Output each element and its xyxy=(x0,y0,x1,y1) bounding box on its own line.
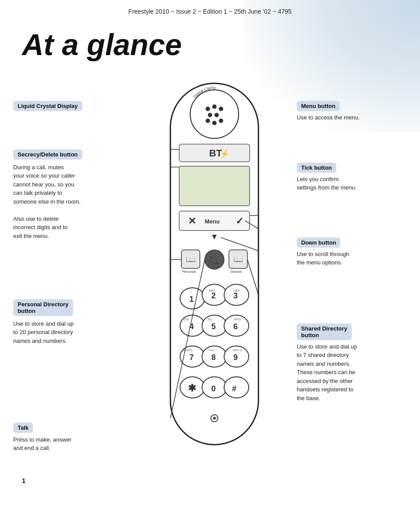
svg-text:📞: 📞 xyxy=(210,255,220,265)
svg-rect-14 xyxy=(179,166,250,206)
svg-text:GHI: GHI xyxy=(184,318,189,321)
down-description: Use to scroll throughthe menu options. xyxy=(297,250,349,267)
talk-annotation: Talk Press to make, answerand end a call… xyxy=(13,423,71,453)
svg-text:Personal: Personal xyxy=(182,270,196,274)
svg-text:5: 5 xyxy=(211,322,216,331)
svg-point-5 xyxy=(208,113,212,117)
talk-label: Talk xyxy=(13,423,33,433)
menu-description: Use to access the menu. xyxy=(297,113,360,122)
svg-text:ABC: ABC xyxy=(209,289,215,292)
svg-text:Menu: Menu xyxy=(205,218,220,225)
svg-text:3: 3 xyxy=(233,291,238,300)
svg-point-3 xyxy=(212,104,217,109)
svg-text:✓: ✓ xyxy=(236,216,243,227)
svg-text:#: # xyxy=(232,384,236,393)
svg-text:9: 9 xyxy=(233,353,238,362)
menu-annotation: Menu button Use to access the menu. xyxy=(297,101,360,122)
shared-annotation: Shared Directorybutton Use to store and … xyxy=(297,323,357,403)
svg-text:1: 1 xyxy=(189,295,194,304)
svg-point-4 xyxy=(219,107,223,111)
personal-annotation: Personal Directorybutton Use to store an… xyxy=(13,299,74,346)
svg-text:7: 7 xyxy=(189,353,194,362)
svg-text:2: 2 xyxy=(211,291,216,300)
tick-description: Lets you confirmsettings from the menu. xyxy=(297,175,357,192)
personal-label: Personal Directorybutton xyxy=(13,299,73,316)
svg-text:0: 0 xyxy=(211,384,216,393)
down-annotation: Down button Use to scroll throughthe men… xyxy=(297,238,349,267)
svg-text:8: 8 xyxy=(211,353,216,362)
svg-point-61 xyxy=(213,417,216,420)
svg-text:JKL: JKL xyxy=(207,318,213,321)
svg-text:MNO: MNO xyxy=(234,318,241,321)
svg-text:📖: 📖 xyxy=(233,254,243,264)
svg-text:✱: ✱ xyxy=(188,383,196,394)
down-label: Down button xyxy=(297,238,340,248)
svg-point-9 xyxy=(219,119,223,123)
lcd-annotation: Liquid Crystal Display xyxy=(13,101,82,111)
svg-text:✕: ✕ xyxy=(188,216,196,227)
tick-annotation: Tick button Lets you confirmsettings fro… xyxy=(297,163,357,192)
phone-diagram: Digital Clarity BT ⚡ ✕ Menu xyxy=(144,79,285,460)
svg-point-7 xyxy=(206,119,210,123)
secrecy-label: Secrecy/Delete button xyxy=(13,149,82,160)
svg-text:DEF: DEF xyxy=(234,289,240,292)
svg-point-2 xyxy=(206,107,210,111)
shared-description: Use to store and dial upto 7 shared dire… xyxy=(297,342,357,403)
svg-point-6 xyxy=(214,113,219,117)
shared-label: Shared Directorybutton xyxy=(297,323,352,340)
page-number: 1 xyxy=(22,477,26,484)
personal-description: Use to store and dial upto 20 personal d… xyxy=(13,320,74,346)
menu-label: Menu button xyxy=(297,101,340,111)
svg-text:Shared: Shared xyxy=(230,270,242,274)
svg-text:TUV: TUV xyxy=(208,349,214,352)
secrecy-description: During a call, mutesyour voice so your c… xyxy=(13,163,82,241)
talk-description: Press to make, answerand end a call. xyxy=(13,435,71,453)
lcd-label: Liquid Crystal Display xyxy=(13,101,82,111)
tick-label: Tick button xyxy=(297,163,336,173)
svg-point-8 xyxy=(212,121,217,125)
svg-text:▼: ▼ xyxy=(210,232,218,241)
header-text: Freestyle 2010 ~ Issue 2 ~ Edition 1 ~ 2… xyxy=(0,0,420,19)
svg-text:📖: 📖 xyxy=(186,254,196,264)
secrecy-annotation: Secrecy/Delete button During a call, mut… xyxy=(13,149,82,241)
svg-text:⚡: ⚡ xyxy=(220,149,230,159)
page-title: At a glance xyxy=(0,19,420,74)
svg-text:WXYZ: WXYZ xyxy=(233,349,242,352)
svg-text:6: 6 xyxy=(233,322,238,331)
